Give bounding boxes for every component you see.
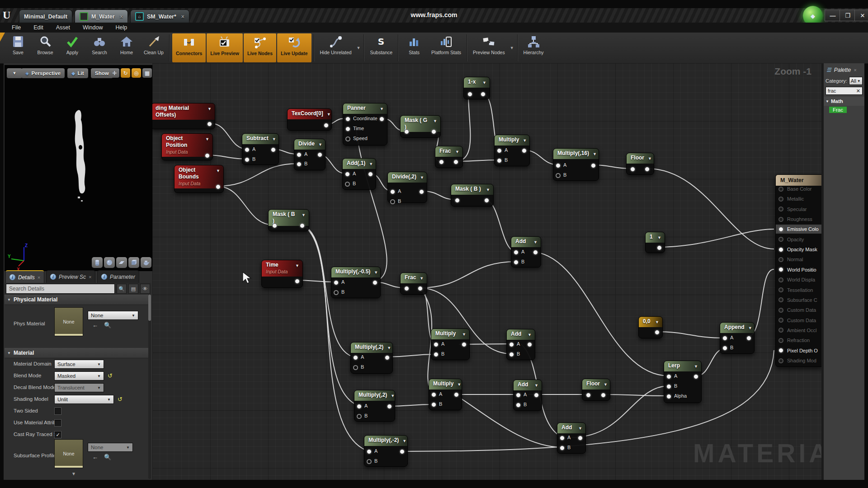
visibility-filter-button[interactable]: 👁 <box>140 284 150 294</box>
minimize-button[interactable]: — <box>825 9 841 21</box>
chevron-down-icon[interactable]: ▼ <box>523 137 527 144</box>
chevron-down-icon[interactable]: ▼ <box>748 325 752 332</box>
toolbar-live-preview[interactable]: Live Preview <box>207 33 243 62</box>
chevron-down-icon[interactable]: ▼ <box>369 161 373 168</box>
input-pin[interactable] <box>345 172 350 177</box>
two-sided-checkbox[interactable] <box>54 408 61 415</box>
output-pin[interactable] <box>207 122 212 127</box>
input-pin[interactable] <box>353 365 358 370</box>
input-pin[interactable] <box>353 355 358 360</box>
input-pin[interactable] <box>367 449 372 454</box>
pin-circle[interactable] <box>778 328 783 333</box>
input-pin[interactable] <box>516 403 521 408</box>
menu-asset[interactable]: Asset <box>51 23 75 32</box>
node-add-c[interactable]: Add▼AB <box>513 380 542 411</box>
input-pin[interactable] <box>509 352 514 357</box>
node-add-b[interactable]: Add▼AB <box>506 329 535 360</box>
shape-teapot-button[interactable] <box>141 257 151 268</box>
close-icon[interactable]: × <box>120 14 123 20</box>
chevron-down-icon[interactable]: ▼ <box>433 118 437 125</box>
phys-material-thumbnail[interactable]: None <box>54 307 83 336</box>
input-pin[interactable] <box>455 198 460 203</box>
input-pin[interactable] <box>467 92 472 97</box>
use-selected-asset-icon[interactable]: ← <box>92 454 98 460</box>
input-pin[interactable] <box>345 117 350 122</box>
pin-circle[interactable] <box>778 308 783 313</box>
node-add-a[interactable]: Add▼AB <box>511 236 541 267</box>
input-pin[interactable] <box>514 250 519 255</box>
viewport-options-dropdown[interactable]: ▼ <box>7 68 22 78</box>
chevron-down-icon[interactable]: ▼ <box>420 174 424 181</box>
menu-help[interactable]: Help <box>110 23 132 32</box>
chevron-down-icon[interactable]: ▼ <box>455 149 459 155</box>
input-pin[interactable] <box>431 402 436 407</box>
subsurface-profile-thumbnail[interactable]: None <box>54 439 83 468</box>
output-pin-ambient-occl[interactable]: Ambient Occl <box>776 326 821 335</box>
input-pin[interactable] <box>245 157 250 162</box>
output-pin[interactable] <box>295 279 300 284</box>
input-pin[interactable] <box>556 173 561 178</box>
output-pin[interactable] <box>387 404 392 409</box>
output-pin[interactable] <box>454 392 459 397</box>
input-pin[interactable] <box>666 384 671 389</box>
details-scrollbar[interactable] <box>148 295 151 479</box>
close-icon[interactable]: × <box>89 274 91 280</box>
chevron-down-icon[interactable]: ▼ <box>694 363 698 370</box>
clear-search-icon[interactable]: ✕ <box>856 88 860 94</box>
input-pin[interactable] <box>666 374 671 379</box>
chevron-down-icon[interactable]: ▼ <box>216 168 220 174</box>
input-pin[interactable] <box>556 163 561 168</box>
chevron-down-icon[interactable]: ▼ <box>657 235 661 241</box>
pan-icon[interactable]: ✛ <box>110 68 119 78</box>
input-pin[interactable] <box>357 404 362 409</box>
node-panner[interactable]: Panner▼CoordinateTimeSpeed <box>343 103 387 145</box>
node-const-0-0[interactable]: 0,0▼ <box>638 316 663 338</box>
output-pin[interactable] <box>533 250 538 255</box>
input-pin[interactable] <box>722 336 727 341</box>
tab-preview-sc[interactable]: iPreview Sc× <box>46 270 95 283</box>
tab-details[interactable]: iDetails× <box>5 270 44 283</box>
toolbar-stats[interactable]: Stats <box>401 33 428 63</box>
material-graph-canvas[interactable]: MATERIAL Zoom -1 ding Material Offsets)▼… <box>152 63 821 480</box>
output-pin[interactable] <box>431 129 436 134</box>
input-pin[interactable] <box>516 393 521 398</box>
output-pin[interactable] <box>657 245 662 250</box>
input-pin[interactable] <box>367 459 372 464</box>
tab-parameter[interactable]: iParameter <box>97 270 139 283</box>
tab-sm-water[interactable]: ⌂SM_Water*× <box>130 9 189 23</box>
input-pin[interactable] <box>390 199 395 204</box>
input-pin[interactable] <box>630 167 635 172</box>
chevron-down-icon[interactable]: ▼ <box>457 381 461 388</box>
node-mask-b-2[interactable]: Mask ( B )▼ <box>451 184 494 206</box>
output-pin[interactable] <box>601 393 606 398</box>
node-lerp[interactable]: Lerp▼ABAlpha <box>664 361 702 403</box>
menu-window[interactable]: Window <box>77 23 108 32</box>
output-pin[interactable] <box>205 153 210 158</box>
node-multiply-2b[interactable]: Multiply(,2)▼AB <box>354 390 395 422</box>
node-const-1[interactable]: 1▼ <box>645 232 665 253</box>
tab-m-water[interactable]: M_Water× <box>75 9 128 23</box>
subsurface-profile-select[interactable]: None▼ <box>88 443 133 452</box>
input-pin[interactable] <box>404 286 409 291</box>
output-pin[interactable] <box>746 336 751 341</box>
output-pin-custom-data[interactable]: Custom Data <box>776 305 821 314</box>
palette-group-math[interactable]: ▼ Math <box>824 97 864 106</box>
node-mask-b-1[interactable]: Mask ( B )▼ <box>268 209 309 231</box>
node-texcoord-0[interactable]: TexCoord[0]▼ <box>287 108 332 131</box>
input-pin[interactable] <box>245 147 250 152</box>
node-mask-g[interactable]: Mask ( G )▼ <box>400 115 441 138</box>
node-object-bounds[interactable]: Object BoundsInput Data▼ <box>174 165 224 193</box>
menu-file[interactable]: File <box>6 23 26 32</box>
node-floor-2[interactable]: Floor▼ <box>582 379 610 401</box>
chevron-down-icon[interactable]: ▼ <box>420 275 424 282</box>
toolbar-home[interactable]: Home <box>113 33 140 63</box>
node-divide[interactable]: Divide▼AB <box>294 139 326 170</box>
input-pin[interactable] <box>666 394 671 399</box>
output-pin[interactable] <box>522 148 527 153</box>
input-pin[interactable] <box>497 158 502 163</box>
toolbar-save[interactable]: Save <box>5 33 32 63</box>
output-pin-opacity[interactable]: Opacity <box>776 235 821 244</box>
orbit-icon[interactable]: ↻ <box>121 68 130 78</box>
output-pin[interactable] <box>271 147 276 152</box>
input-pin[interactable] <box>434 342 439 347</box>
